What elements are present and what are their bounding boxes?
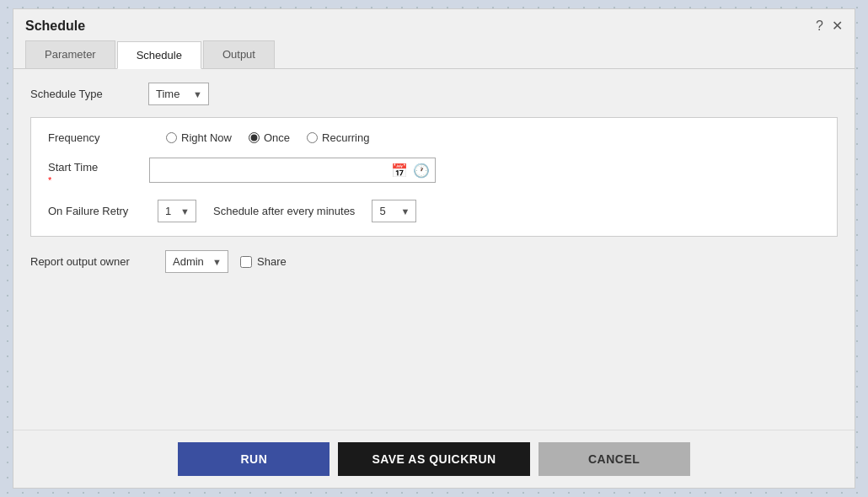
frequency-right-now-label: Right Now bbox=[181, 131, 232, 144]
failure-retry-row: On Failure Retry 1 2 3 ▼ Schedule after … bbox=[48, 200, 820, 222]
frequency-recurring-label: Recurring bbox=[322, 131, 369, 144]
retry-count-select[interactable]: 1 2 3 bbox=[158, 200, 196, 222]
report-owner-label: Report output owner bbox=[30, 255, 165, 268]
clock-icon[interactable]: 🕐 bbox=[413, 163, 430, 179]
schedule-type-label: Schedule Type bbox=[30, 88, 148, 100]
tab-output[interactable]: Output bbox=[203, 40, 275, 68]
dialog-title: Schedule bbox=[25, 19, 85, 34]
minutes-select[interactable]: 5 10 15 30 bbox=[372, 200, 416, 222]
frequency-radio-recurring[interactable] bbox=[307, 132, 318, 143]
schedule-dialog: Schedule ? ✕ Parameter Schedule Output S… bbox=[13, 8, 855, 489]
cancel-button[interactable]: CANCEL bbox=[538, 442, 690, 476]
retry-count-select-wrapper: 1 2 3 ▼ bbox=[158, 200, 196, 222]
report-owner-select[interactable]: Admin User1 bbox=[165, 250, 228, 273]
run-button[interactable]: RUN bbox=[178, 442, 330, 476]
start-time-label-wrapper: Start Time * bbox=[48, 158, 149, 186]
title-bar: Schedule ? ✕ bbox=[13, 9, 855, 40]
schedule-minutes-text: Schedule after every minutes bbox=[213, 205, 355, 217]
required-star: * bbox=[48, 175, 51, 185]
share-label-text: Share bbox=[257, 255, 287, 268]
share-checkbox[interactable] bbox=[240, 256, 252, 268]
dialog-footer: RUN SAVE AS QUICKRUN CANCEL bbox=[13, 430, 855, 488]
report-owner-row: Report output owner Admin User1 ▼ Share bbox=[30, 250, 838, 273]
title-bar-actions: ? ✕ bbox=[816, 18, 843, 34]
schedule-type-row: Schedule Type Time Event ▼ bbox=[30, 83, 838, 105]
schedule-type-select-wrapper: Time Event ▼ bbox=[148, 83, 209, 105]
frequency-radio-right-now[interactable] bbox=[166, 132, 177, 143]
frequency-option-once[interactable]: Once bbox=[249, 131, 290, 144]
tab-bar: Parameter Schedule Output bbox=[13, 40, 855, 69]
frequency-option-right-now[interactable]: Right Now bbox=[166, 131, 232, 144]
failure-retry-label: On Failure Retry bbox=[48, 205, 149, 217]
share-checkbox-label[interactable]: Share bbox=[240, 255, 287, 268]
tab-schedule[interactable]: Schedule bbox=[117, 41, 201, 69]
tab-parameter[interactable]: Parameter bbox=[25, 40, 115, 68]
schedule-options-box: Frequency Right Now Once Recurring bbox=[30, 117, 838, 237]
frequency-once-label: Once bbox=[264, 131, 290, 144]
schedule-type-select[interactable]: Time Event bbox=[148, 83, 209, 105]
minutes-select-wrapper: 5 10 15 30 ▼ bbox=[372, 200, 416, 222]
start-time-label-text: Start Time bbox=[48, 161, 149, 174]
frequency-row: Frequency Right Now Once Recurring bbox=[48, 131, 820, 144]
save-quickrun-button[interactable]: SAVE AS QUICKRUN bbox=[338, 442, 529, 476]
report-owner-select-wrapper: Admin User1 ▼ bbox=[165, 250, 228, 273]
frequency-option-recurring[interactable]: Recurring bbox=[307, 131, 369, 144]
close-icon[interactable]: ✕ bbox=[832, 18, 843, 34]
calendar-icon[interactable]: 📅 bbox=[391, 163, 408, 179]
main-content: Schedule Type Time Event ▼ Frequency Rig… bbox=[13, 69, 855, 430]
frequency-label: Frequency bbox=[48, 131, 149, 144]
frequency-radio-group: Right Now Once Recurring bbox=[166, 131, 369, 144]
start-time-input-wrapper[interactable]: 📅 🕐 bbox=[149, 158, 436, 183]
frequency-radio-once[interactable] bbox=[249, 132, 260, 143]
help-icon[interactable]: ? bbox=[816, 19, 823, 34]
start-time-row: Start Time * 📅 🕐 bbox=[48, 158, 820, 186]
